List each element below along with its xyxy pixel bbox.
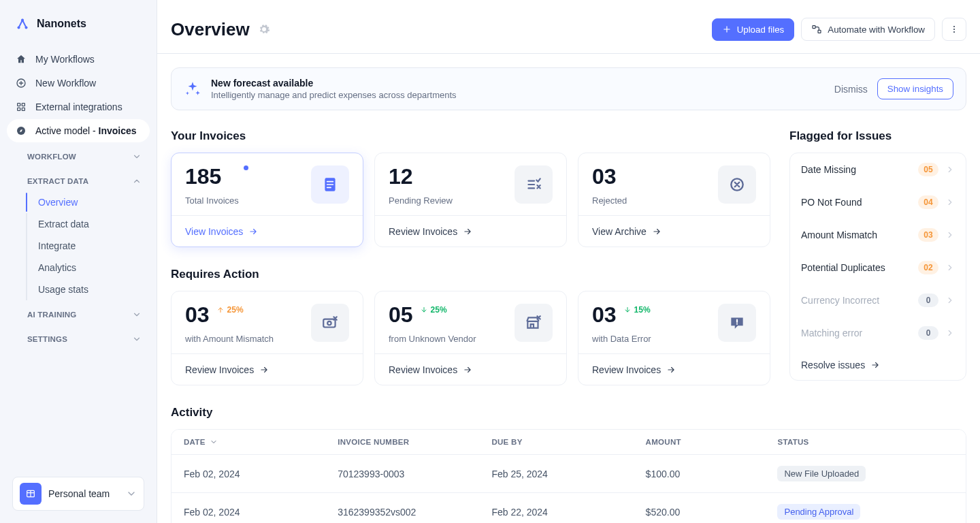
automate-workflow-button[interactable]: Automate with Workflow [801, 18, 935, 41]
cell-amount: $520.00 [646, 507, 778, 518]
flag-item[interactable]: Currency Incorrect 0 [790, 284, 966, 317]
arrow-down-icon [420, 306, 428, 314]
brand: Nanonets [7, 12, 150, 38]
flag-count-badge: 05 [918, 163, 938, 176]
nav-item-label: Active model - Invoices [35, 125, 137, 136]
stat-card-link[interactable]: View Invoices [185, 226, 258, 237]
nav-item-label: My Workflows [35, 54, 95, 65]
stat-card: 0325% with Amount Mismatch Review Invoic… [171, 291, 363, 385]
nav-item-new-workflow[interactable]: New Workflow [7, 72, 150, 95]
table-row[interactable]: Feb 02, 2024 3162399352vs002 Feb 22, 202… [172, 493, 966, 523]
flag-count-badge: 03 [918, 228, 938, 242]
flag-item[interactable]: Potential Duplicates 02 [790, 251, 966, 284]
section-label: AI TRAINING [27, 311, 76, 319]
chevron-right-icon [945, 328, 955, 338]
col-amount: AMOUNT [646, 438, 778, 446]
activity-title: Activity [171, 406, 966, 419]
nav-item-label: New Workflow [35, 78, 96, 89]
header: Overview Upload files Automate with Work… [157, 0, 980, 54]
cash-x-icon [311, 304, 349, 342]
resolve-issues-label: Resolve issues [801, 360, 865, 370]
flag-label: Date Missing [801, 164, 911, 175]
col-number: INVOICE NUMBER [338, 438, 491, 446]
delta-down: 15% [623, 306, 651, 314]
section-extract-data[interactable]: EXTRACT DATA [7, 171, 150, 191]
chevron-up-icon [132, 176, 142, 186]
stat-card-link[interactable]: View Archive [592, 226, 662, 237]
subnav-analytics[interactable]: Analytics [24, 257, 150, 279]
flag-count-badge: 0 [918, 294, 938, 307]
flagged-title: Flagged for Issues [789, 129, 966, 143]
resolve-issues-link[interactable]: Resolve issues [801, 360, 880, 370]
your-invoices-title: Your Invoices [171, 129, 770, 143]
chat-alert-icon [718, 304, 756, 342]
team-name: Personal team [48, 488, 110, 499]
nav-item-external-integrations[interactable]: External integrations [7, 95, 150, 118]
stat-label: Pending Review [389, 195, 453, 206]
flag-item[interactable]: Amount Mismatch 03 [790, 219, 966, 251]
flag-item[interactable]: Date Missing 05 [790, 153, 966, 186]
stat-card-link[interactable]: Review Invoices [185, 364, 269, 375]
stat-card-link[interactable]: Review Invoices [389, 364, 472, 375]
stat-card: 185 Total Invoices View Invoices [171, 153, 363, 247]
upload-files-button[interactable]: Upload files [712, 18, 795, 41]
arrow-up-icon [216, 306, 225, 314]
chevron-right-icon [945, 230, 955, 240]
doc-icon [311, 165, 349, 204]
section-workflow[interactable]: WORKFLOW [7, 146, 150, 167]
notification-dot-icon [244, 165, 248, 170]
stat-label: with Amount Mismatch [185, 334, 274, 344]
arrow-down-icon [623, 306, 632, 314]
chevron-down-icon [210, 438, 218, 446]
team-selector[interactable]: Personal team [12, 477, 144, 511]
cell-date: Feb 02, 2024 [184, 469, 338, 479]
action-cards-row: 0325% with Amount Mismatch Review Invoic… [171, 291, 770, 385]
show-insights-button[interactable]: Show insights [877, 78, 953, 99]
flag-label: Potential Duplicates [801, 262, 911, 273]
workflow-icon [811, 24, 822, 35]
flag-item[interactable]: PO Not Found 04 [790, 186, 966, 219]
dismiss-link[interactable]: Dismiss [834, 84, 868, 95]
delta-up: 25% [216, 306, 244, 314]
section-ai-training[interactable]: AI TRAINING [7, 304, 150, 325]
subnav-overview[interactable]: Overview [24, 191, 150, 213]
nav-item-active-model[interactable]: Active model - Invoices [7, 119, 150, 142]
stat-label: Rejected [592, 195, 627, 206]
col-status: STATUS [777, 438, 953, 446]
plus-icon [722, 25, 732, 34]
sidebar: Nanonets My WorkflowsNew WorkflowExterna… [0, 0, 157, 523]
cell-invoice-number: 3162399352vs002 [338, 507, 491, 518]
store-x-icon [514, 304, 553, 342]
flag-item[interactable]: Matching error 0 [790, 317, 966, 349]
forecast-banner: New forecast available Intelligently man… [171, 67, 966, 110]
subnav-integrate[interactable]: Integrate [24, 235, 150, 257]
col-date-sort[interactable]: DATE [184, 438, 338, 446]
stat-card-link[interactable]: Review Invoices [389, 226, 472, 237]
stat-card: 03 Rejected View Archive [578, 153, 770, 247]
requires-action-title: Requires Action [171, 268, 770, 281]
delta-down: 25% [420, 306, 447, 314]
settings-gear-icon[interactable] [258, 23, 270, 35]
cell-due: Feb 22, 2024 [491, 507, 645, 518]
nav-top: My WorkflowsNew WorkflowExternal integra… [7, 48, 150, 142]
plus-circle-icon [15, 77, 27, 89]
activity-table: DATE INVOICE NUMBER DUE BY AMOUNT STATUS… [171, 429, 966, 523]
stat-card: 12 Pending Review Review Invoices [374, 153, 567, 247]
main: Overview Upload files Automate with Work… [157, 0, 980, 523]
automate-workflow-label: Automate with Workflow [828, 25, 925, 35]
more-options-button[interactable] [942, 18, 966, 41]
section-settings[interactable]: SETTINGS [7, 329, 150, 349]
subnav-usage-stats[interactable]: Usage stats [24, 279, 150, 300]
home-icon [15, 53, 27, 65]
stat-card: 0315% with Data Error Review Invoices [578, 291, 770, 385]
table-row[interactable]: Feb 02, 2024 70123993-0003 Feb 25, 2024 … [172, 455, 966, 493]
stat-card-link[interactable]: Review Invoices [592, 364, 676, 375]
chevron-right-icon [945, 165, 955, 174]
chevron-down-icon [132, 310, 142, 319]
x-circle-icon [718, 165, 756, 204]
brand-name: Nanonets [37, 18, 86, 30]
subnav-extract-data[interactable]: Extract data [24, 213, 150, 235]
grid-icon [15, 101, 27, 113]
table-body: Feb 02, 2024 70123993-0003 Feb 25, 2024 … [172, 455, 966, 523]
nav-item-my-workflows[interactable]: My Workflows [7, 48, 150, 71]
